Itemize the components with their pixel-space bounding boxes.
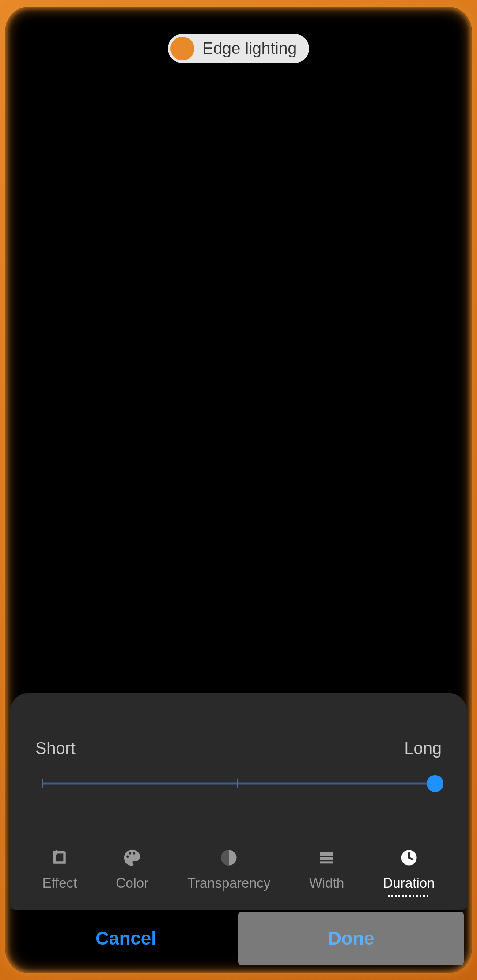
tab-color-label: Color: [116, 875, 148, 891]
bottom-button-row: Cancel Done: [13, 912, 464, 965]
tab-duration[interactable]: Duration: [383, 848, 435, 891]
slider-track: [42, 783, 440, 785]
tab-width-label: Width: [309, 875, 344, 891]
transparency-icon: [219, 848, 238, 867]
tab-transparency-label: Transparency: [187, 875, 270, 891]
slider-thumb[interactable]: [427, 775, 443, 792]
cancel-button[interactable]: Cancel: [13, 912, 238, 965]
active-tab-underline: [388, 895, 430, 897]
slider-tick-middle: [237, 779, 238, 788]
svg-rect-3: [231, 854, 233, 856]
done-button-label: Done: [328, 928, 375, 949]
tab-transparency[interactable]: Transparency: [187, 848, 270, 891]
svg-rect-8: [320, 857, 333, 860]
cancel-button-label: Cancel: [95, 928, 156, 949]
svg-rect-2: [229, 852, 231, 854]
device-frame: Edge lighting Short Long Effect: [5, 7, 472, 973]
slider-tick-start: [42, 779, 43, 788]
tab-color[interactable]: Color: [116, 848, 148, 891]
slider-min-label: Short: [35, 739, 76, 758]
svg-rect-4: [229, 856, 231, 859]
done-button[interactable]: Done: [238, 912, 464, 965]
tabs-row: Effect Color Transparency Width: [10, 848, 467, 891]
notification-color-dot: [170, 37, 194, 60]
duration-slider[interactable]: [42, 776, 440, 792]
svg-rect-6: [229, 861, 231, 863]
tab-effect[interactable]: Effect: [42, 848, 77, 891]
controls-panel: Short Long Effect Color: [10, 693, 467, 910]
clock-icon: [399, 848, 419, 867]
svg-rect-7: [320, 852, 333, 856]
effect-icon: [50, 848, 69, 867]
svg-rect-5: [231, 859, 233, 861]
notification-label: Edge lighting: [202, 39, 297, 58]
slider-labels: Short Long: [35, 739, 442, 758]
width-icon: [317, 848, 337, 867]
tab-width[interactable]: Width: [309, 848, 344, 891]
svg-rect-9: [320, 861, 333, 863]
tab-effect-label: Effect: [42, 875, 77, 891]
palette-icon: [122, 848, 142, 867]
tab-duration-label: Duration: [383, 875, 435, 891]
slider-max-label: Long: [404, 739, 442, 758]
edge-lighting-pill[interactable]: Edge lighting: [168, 34, 309, 63]
